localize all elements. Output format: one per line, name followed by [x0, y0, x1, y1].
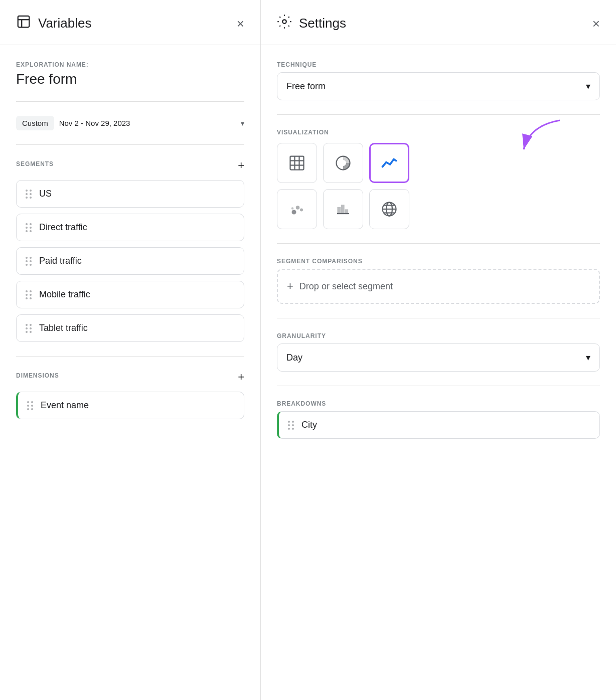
segment-mobile-traffic-label: Mobile traffic — [39, 289, 90, 300]
svg-rect-18 — [346, 210, 348, 214]
segment-comparisons-drop-zone[interactable]: + Drop or select segment — [277, 269, 600, 304]
left-panel-title-text: Variables — [38, 16, 91, 31]
segment-direct-traffic[interactable]: Direct traffic — [16, 214, 244, 241]
granularity-dropdown[interactable]: Day ▾ — [277, 343, 600, 372]
segment-paid-traffic-label: Paid traffic — [39, 256, 82, 266]
add-segment-button[interactable]: + — [238, 159, 244, 172]
dimension-event-name-label: Event name — [41, 400, 89, 411]
segment-us[interactable]: US — [16, 180, 244, 208]
drag-handle-direct — [26, 223, 32, 232]
segment-comparisons-section: SEGMENT COMPARISONS + Drop or select seg… — [277, 258, 600, 318]
exploration-name: Free form — [16, 71, 244, 87]
dimensions-section: DIMENSIONS + Event name — [16, 371, 244, 433]
dimensions-header: DIMENSIONS + — [16, 371, 244, 384]
segment-us-label: US — [39, 189, 52, 199]
right-panel-close-button[interactable]: × — [592, 17, 600, 30]
right-panel-title: Settings — [277, 14, 346, 33]
variables-icon — [16, 14, 31, 33]
visualization-section: VISUALIZATION — [277, 129, 600, 244]
date-range-container[interactable]: Custom Nov 2 - Nov 29, 2023 ▾ — [16, 116, 244, 130]
segments-label: SEGMENTS — [16, 160, 54, 167]
right-panel-content: TECHNIQUE Free form ▾ VISUALIZATION — [261, 45, 616, 469]
date-badge: Custom — [16, 116, 54, 130]
segment-tablet-traffic-label: Tablet traffic — [39, 323, 88, 333]
segment-paid-traffic[interactable]: Paid traffic — [16, 247, 244, 275]
drag-handle-event-name — [27, 401, 34, 410]
breakdowns-section: BREAKDOWNS City — [277, 400, 600, 453]
viz-bar-button[interactable] — [323, 189, 363, 229]
svg-rect-16 — [338, 208, 341, 214]
svg-point-12 — [296, 206, 300, 210]
viz-table-button[interactable] — [277, 143, 317, 183]
granularity-section: GRANULARITY Day ▾ — [277, 332, 600, 386]
segment-mobile-traffic[interactable]: Mobile traffic — [16, 281, 244, 308]
drag-handle-paid — [26, 257, 32, 266]
breakdown-city[interactable]: City — [277, 411, 600, 439]
settings-icon — [277, 14, 292, 33]
drag-handle-city — [288, 421, 294, 430]
svg-point-13 — [300, 209, 303, 212]
granularity-chevron-icon: ▾ — [586, 352, 590, 363]
visualization-grid — [277, 143, 600, 229]
right-panel: Settings × TECHNIQUE Free form ▾ VISUALI… — [261, 0, 616, 700]
viz-map-button[interactable] — [369, 189, 409, 229]
segment-tablet-traffic[interactable]: Tablet traffic — [16, 314, 244, 342]
left-panel-title: Variables — [16, 14, 91, 33]
segments-header: SEGMENTS + — [16, 159, 244, 172]
exploration-section: EXPLORATION NAME: Free form — [16, 61, 244, 102]
breakdowns-label: BREAKDOWNS — [277, 400, 600, 407]
right-panel-header: Settings × — [261, 0, 616, 45]
left-panel-header: Variables × — [0, 0, 260, 45]
viz-scatter-button[interactable] — [277, 189, 317, 229]
left-panel-content: EXPLORATION NAME: Free form Custom Nov 2… — [0, 45, 260, 449]
date-range-text: Nov 2 - Nov 29, 2023 — [59, 119, 130, 127]
dimension-event-name[interactable]: Event name — [16, 392, 244, 419]
segments-section: SEGMENTS + US Direct traffic Paid traff — [16, 159, 244, 357]
svg-point-11 — [292, 210, 296, 215]
viz-pie-button[interactable] — [323, 143, 363, 183]
drop-zone-label: Drop or select segment — [299, 281, 393, 292]
date-range-chevron-icon: ▾ — [241, 119, 244, 127]
technique-chevron-icon: ▾ — [586, 81, 590, 92]
drop-zone-plus-icon: + — [287, 280, 293, 293]
svg-point-10 — [340, 160, 346, 166]
exploration-label: EXPLORATION NAME: — [16, 61, 244, 68]
technique-label: TECHNIQUE — [277, 61, 600, 68]
add-dimension-button[interactable]: + — [238, 371, 244, 384]
drag-handle-tablet — [26, 324, 32, 333]
date-range-section: Custom Nov 2 - Nov 29, 2023 ▾ — [16, 116, 244, 145]
svg-point-3 — [282, 20, 286, 24]
drag-handle-us — [26, 190, 32, 199]
dimensions-label: DIMENSIONS — [16, 372, 59, 379]
right-panel-title-text: Settings — [299, 16, 346, 31]
visualization-label: VISUALIZATION — [277, 129, 600, 136]
drag-handle-mobile — [26, 290, 32, 299]
technique-section: TECHNIQUE Free form ▾ — [277, 61, 600, 115]
svg-rect-17 — [342, 206, 344, 214]
technique-value: Free form — [286, 81, 326, 92]
segment-direct-traffic-label: Direct traffic — [39, 222, 87, 233]
breakdown-city-label: City — [301, 420, 317, 430]
svg-point-14 — [291, 207, 294, 210]
left-panel: Variables × EXPLORATION NAME: Free form … — [0, 0, 261, 700]
svg-rect-4 — [290, 156, 304, 170]
technique-dropdown[interactable]: Free form ▾ — [277, 72, 600, 100]
segment-comparisons-label: SEGMENT COMPARISONS — [277, 258, 600, 265]
granularity-label: GRANULARITY — [277, 332, 600, 339]
viz-line-button[interactable] — [369, 143, 409, 183]
left-panel-close-button[interactable]: × — [237, 17, 244, 30]
granularity-value: Day — [286, 353, 302, 363]
svg-rect-0 — [18, 16, 30, 28]
